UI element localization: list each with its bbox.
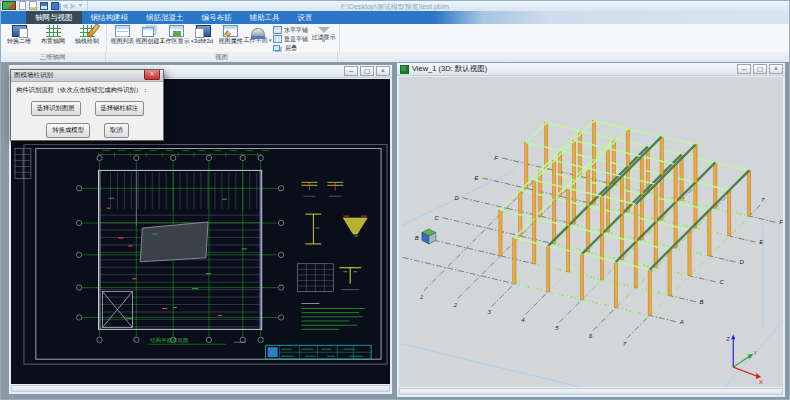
- view-list-button[interactable]: 视图列表: [109, 25, 136, 45]
- view3d-canvas[interactable]: AABBCCDDEEFF123456677ZYX: [399, 77, 783, 387]
- new-file-icon[interactable]: [19, 1, 26, 10]
- svg-text:2: 2: [453, 302, 458, 308]
- save-icon[interactable]: [40, 2, 48, 10]
- cube-icon: [196, 25, 211, 37]
- tab-numbering[interactable]: 编号布筋: [193, 11, 241, 24]
- svg-text:Z: Z: [726, 336, 730, 342]
- table-green-icon: [169, 25, 184, 37]
- group-label-view: 视图: [106, 52, 338, 62]
- grid-icon: [46, 25, 61, 37]
- minimize-button[interactable]: ─: [737, 64, 751, 74]
- svg-text:D: D: [455, 195, 460, 201]
- tile-horizontal-button[interactable]: 水平平铺: [273, 26, 308, 34]
- tables-icon: [142, 27, 154, 37]
- funnel-icon: [318, 27, 330, 33]
- convert-2d-button[interactable]: 转换二维: [2, 25, 36, 45]
- tab-aux-tools[interactable]: 辅助工具: [241, 11, 289, 24]
- svg-text:C: C: [720, 279, 725, 285]
- filter-display-button[interactable]: 过滤显示: [310, 25, 337, 41]
- close-button[interactable]: ×: [376, 66, 390, 76]
- ribbon: 转换二维 布置轴网 轴线绘制 视图列表 视图创建 工作区显示: [0, 24, 790, 62]
- forward-icon[interactable]: ▶: [70, 1, 75, 10]
- convert-model-button[interactable]: 转换成模型: [46, 123, 89, 138]
- ribbon-tabbar: 轴网与视图 钢结构建模 钢筋混凝土 编号布筋 辅助工具 设置: [0, 11, 790, 24]
- tab-steel-modeling[interactable]: 钢结构建模: [82, 11, 138, 24]
- svg-text:结构平面布置图: 结构平面布置图: [150, 337, 188, 344]
- ribbon-group-labels: 三维轴网 视图: [0, 52, 790, 62]
- recognition-dialog: 图模墙柱识别 × 构件识别流程（依次点击按钮完成构件识别）： 选择识别图层 选择…: [10, 69, 164, 141]
- open-file-icon[interactable]: [29, 1, 37, 10]
- grid-pencil-icon: [80, 25, 95, 37]
- select-layers-button[interactable]: 选择识别图层: [31, 101, 81, 116]
- dome-icon: [251, 28, 265, 36]
- svg-text:F: F: [779, 219, 783, 225]
- cancel-button[interactable]: 取消: [104, 123, 129, 138]
- dialog-titlebar[interactable]: 图模墙柱识别 ×: [11, 70, 163, 82]
- horizontal-scrollbar[interactable]: [399, 388, 783, 395]
- group-label-3d-grid: 三维轴网: [0, 52, 106, 62]
- cube-document-icon: [12, 25, 27, 37]
- maximize-button[interactable]: ▢: [753, 64, 767, 74]
- svg-text:B: B: [700, 299, 704, 305]
- toolbar-separator: [87, 1, 88, 10]
- svg-text:Y: Y: [753, 350, 757, 356]
- select-column-label-button[interactable]: 选择钢柱标注: [95, 101, 145, 116]
- back-icon[interactable]: ◀: [62, 1, 67, 10]
- svg-text:1: 1: [420, 294, 423, 300]
- horizontal-scrollbar[interactable]: [11, 385, 390, 392]
- view-properties-button[interactable]: 视图属性: [217, 25, 244, 45]
- svg-text:D: D: [739, 259, 744, 265]
- window-arrange-stack: 水平平铺 垂直平铺 层叠: [271, 25, 310, 52]
- close-button[interactable]: ×: [769, 64, 783, 74]
- maximize-button[interactable]: ▢: [360, 66, 374, 76]
- cascade-icon: [273, 45, 280, 51]
- view3d-window: View_1 (3D: 默认视图) ─ ▢ × AABBCCDDEEFF1234…: [396, 62, 786, 398]
- app-logo-icon[interactable]: [2, 1, 16, 10]
- workspace-display-button[interactable]: 工作区显示: [163, 25, 190, 45]
- svg-text:X: X: [759, 379, 763, 385]
- 3d-to-2d-button[interactable]: 3d转2d: [190, 25, 217, 45]
- tab-reinforced-concrete[interactable]: 钢筋混凝土: [137, 11, 193, 24]
- tile-vertical-icon: [273, 35, 282, 43]
- ribbon-group-view: 视图列表 视图创建 工作区显示 3d转2d 视图属性 工作平面: [107, 24, 340, 52]
- svg-text:A: A: [679, 319, 684, 325]
- svg-text:F: F: [494, 155, 498, 161]
- tab-settings[interactable]: 设置: [289, 11, 322, 24]
- view3d-window-titlebar[interactable]: View_1 (3D: 默认视图) ─ ▢ ×: [397, 63, 785, 76]
- svg-text:B: B: [415, 235, 419, 241]
- window-title: F:\Desktop\测试模型预览\test.pbim: [0, 2, 790, 12]
- layout-grid-button[interactable]: 布置轴网: [36, 25, 70, 45]
- tile-vertical-button[interactable]: 垂直平铺: [273, 35, 308, 43]
- table-pencil-icon: [223, 25, 238, 37]
- dialog-title: 图模墙柱识别: [14, 71, 53, 80]
- tile-horizontal-icon: [273, 26, 282, 34]
- ribbon-group-3d-grid: 转换二维 布置轴网 轴线绘制: [0, 24, 107, 52]
- group-label-empty: [338, 52, 790, 62]
- tab-grid-and-view[interactable]: 轴网与视图: [26, 11, 82, 24]
- cascade-button[interactable]: 层叠: [273, 44, 308, 52]
- draw-axis-button[interactable]: 轴线绘制: [70, 25, 104, 45]
- titlebar: F:\Desktop\测试模型预览\test.pbim ◀ ▶ ▾: [0, 0, 790, 11]
- dialog-close-icon[interactable]: ×: [144, 70, 160, 80]
- dialog-body: 构件识别流程（依次点击按钮完成构件识别）： 选择识别图层 选择钢柱标注 转换成模…: [11, 82, 163, 138]
- svg-text:C: C: [435, 215, 440, 221]
- view3d-title: View_1 (3D: 默认视图): [412, 64, 487, 74]
- save-all-icon[interactable]: [51, 2, 59, 10]
- toolbar-more-icon[interactable]: ▾: [79, 1, 82, 10]
- dialog-message: 构件识别流程（依次点击按钮完成构件识别）：: [16, 86, 159, 95]
- minimize-button[interactable]: ─: [344, 66, 358, 76]
- work-plane-button[interactable]: 工作平面: [244, 25, 271, 44]
- table-icon: [115, 25, 130, 37]
- model-cube-icon: [400, 65, 409, 74]
- quick-access-toolbar: ◀ ▶ ▾: [0, 1, 90, 10]
